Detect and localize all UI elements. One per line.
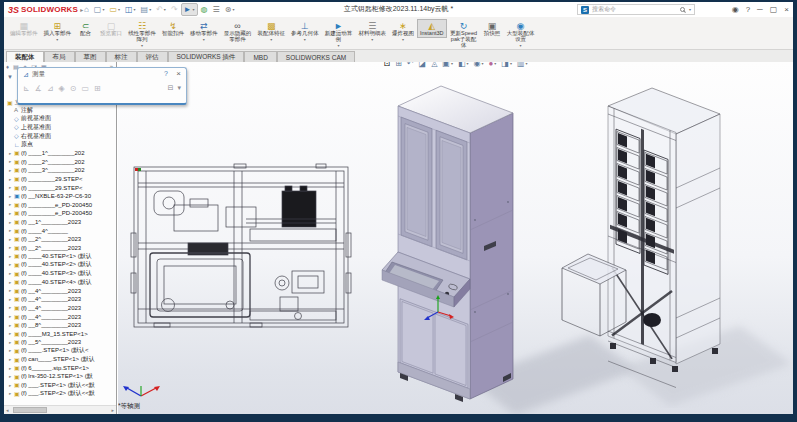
- chevron-down-icon[interactable]: ▾: [481, 62, 483, 66]
- ribbon-button[interactable]: ↯ 智能扣件 ▾: [159, 19, 187, 38]
- ribbon-button[interactable]: ▩ 装配体特征 ▾: [255, 19, 289, 43]
- tree-item[interactable]: ▸ ▣ (f) ____40.STEP<2> (默认: [4, 261, 117, 270]
- headsup-button[interactable]: ▥ ▾: [517, 62, 528, 68]
- tree-item[interactable]: ▸ ▣ (f) ____4^______: [4, 226, 117, 235]
- help-icon[interactable]: ?: [164, 70, 168, 77]
- ribbon-button[interactable]: ◭ Instant3D ▾: [417, 19, 447, 38]
- ribbon-button[interactable]: ∞ 显示隐藏的零部件 ▾: [221, 19, 255, 44]
- headsup-button[interactable]: ↶ ▾: [407, 62, 414, 68]
- measure-tool-icon[interactable]: ⊿: [47, 84, 54, 93]
- chevron-down-icon[interactable]: ▾: [451, 62, 453, 66]
- window-control-button[interactable]: ×: [784, 6, 789, 14]
- scroll-right-icon[interactable]: ▸: [111, 407, 114, 413]
- close-icon[interactable]: ×: [176, 69, 181, 78]
- headsup-button[interactable]: ◨ ▾: [501, 62, 512, 68]
- command-tab[interactable]: 装配体: [6, 51, 44, 62]
- headsup-button[interactable]: ◪ ▾: [419, 62, 427, 68]
- tree-item[interactable]: ▸ ▣ (f) ________e_PD-200450: [4, 201, 117, 210]
- scrollbar-thumb[interactable]: [13, 407, 47, 413]
- search-input[interactable]: 搜索命令: [592, 5, 677, 14]
- chevron-down-icon[interactable]: ▾: [510, 62, 512, 66]
- ribbon-button[interactable]: ∗ 爆炸视图 ▾: [389, 19, 417, 43]
- tree-item[interactable]: ▸ ▣ (f) __5^________2023: [4, 338, 117, 347]
- panel-tab-icon[interactable]: ♦: [6, 64, 9, 70]
- command-tab[interactable]: 布局: [44, 51, 75, 62]
- tree-item[interactable]: ▸ ▣ (f) ____40.STEP<3> (默认: [4, 269, 117, 278]
- tree-item[interactable]: ▸ ▣ (f) ________29.STEP<: [4, 183, 117, 192]
- tree-item[interactable]: ▸ ▣ (f) ____M3_15.STEP<1>: [4, 329, 117, 338]
- headsup-button[interactable]: ⊡ ▾: [384, 62, 391, 68]
- chevron-down-icon[interactable]: ▾: [56, 37, 58, 42]
- tree-item[interactable]: ▸ ▣ (f) __4^________2023: [4, 295, 117, 304]
- command-tab[interactable]: 标注: [106, 51, 137, 62]
- tree-item[interactable]: ▸ ◇ 右视基准面: [4, 132, 117, 141]
- tree-item[interactable]: ▸ ▣ (f) ________e_PD-200450: [4, 209, 117, 218]
- wireframe-iso-model[interactable]: [560, 68, 793, 408]
- tree-item[interactable]: ▸ ▣ (f) lrs-350-12.STEP<1> (默: [4, 372, 117, 381]
- chevron-down-icon[interactable]: ▾: [371, 37, 373, 42]
- ribbon-button[interactable]: ⊞ 插入零部件 ▾: [41, 19, 75, 43]
- chevron-down-icon[interactable]: ▾: [203, 37, 205, 42]
- window-control-button[interactable]: ?: [746, 6, 750, 14]
- window-control-button[interactable]: ▢: [770, 6, 778, 14]
- command-tab[interactable]: 评估: [137, 51, 168, 62]
- headsup-button[interactable]: ⊞ ▾: [395, 62, 402, 68]
- graphics-area[interactable]: ⊡ ▾ ⊞ ▾ ↶ ▾ ◪ ▾ ◬: [118, 62, 793, 414]
- headsup-button[interactable]: ● ▾: [488, 62, 496, 68]
- command-tab[interactable]: MBD: [244, 51, 276, 62]
- tree-item[interactable]: ▸ ▣ (f) can____.STEP<1> (默认: [4, 355, 117, 364]
- tree-item[interactable]: ▸ ▣ (f) ____1^________202: [4, 149, 117, 158]
- tree-horizontal-scrollbar[interactable]: ◂ ▸: [4, 405, 116, 414]
- measure-tool-icon[interactable]: ⊞: [94, 84, 101, 93]
- window-control-button[interactable]: ◉: [732, 6, 739, 14]
- command-tab[interactable]: 草图: [75, 51, 106, 62]
- headsup-button[interactable]: ▣ ▾: [442, 62, 453, 68]
- tree-item[interactable]: ▸ ▣ (f) ____.STEP<1> (默认<: [4, 347, 117, 356]
- chevron-down-icon[interactable]: ▾: [270, 37, 272, 42]
- measure-dialog[interactable]: ⊿ 测量 ? × ⊾ ∡ ⊿ ◈ ⊙ ▭ ⊞ ⊟ ▾: [17, 67, 187, 105]
- tree-item[interactable]: ▸ ▣ (f) ____2^________202: [4, 158, 117, 167]
- tree-item[interactable]: ▸ A 注解: [4, 106, 117, 115]
- tree-item[interactable]: ▸ ◇ 前视基准面: [4, 115, 117, 124]
- tree-item[interactable]: ▸ ▣ (f) ___.STEP<2> (默认<<默: [4, 390, 117, 399]
- wireframe-front-view-model[interactable]: [130, 163, 358, 335]
- tree-item[interactable]: ▸ ∟ 原点: [4, 140, 117, 149]
- tree-item[interactable]: ▸ ▣ (f) 6______.stp.STEP<1>: [4, 364, 117, 373]
- chevron-down-icon[interactable]: ▾: [466, 62, 468, 66]
- tree-item[interactable]: ▸ ▣ (f) __4^________2023: [4, 312, 117, 321]
- tree-item[interactable]: ▸ ▣ (f) __4^________2023: [4, 304, 117, 313]
- measure-tool-icon[interactable]: ⊙: [70, 84, 77, 93]
- measure-tool-icon[interactable]: ∡: [35, 84, 42, 93]
- tree-item[interactable]: ▸ ▣ (f) ____3^________202: [4, 166, 117, 175]
- search-icon[interactable]: [680, 7, 685, 12]
- window-control-button[interactable]: ─: [757, 6, 763, 14]
- pin-icon[interactable]: ⊟: [168, 84, 174, 92]
- ribbon-button[interactable]: ↻ 更新Speedpak子装配体 ▾: [447, 19, 481, 50]
- tree-item[interactable]: ▸ ▣ (f) __4^________2023: [4, 286, 117, 295]
- chevron-down-icon[interactable]: ▾: [520, 43, 522, 48]
- chevron-down-icon[interactable]: ▾: [525, 62, 527, 66]
- ribbon-button[interactable]: ⊂ 配合 ▾: [74, 19, 97, 38]
- command-tab[interactable]: SOLIDWORKS CAM: [277, 51, 355, 62]
- ribbon-button[interactable]: ⊥ 参考几何体 ▾: [288, 19, 322, 43]
- chevron-down-icon[interactable]: ▾: [304, 37, 306, 42]
- ribbon-button[interactable]: ☷ 线性零部件阵列 ▾: [125, 19, 159, 49]
- ribbon-button[interactable]: ► 新建运动算例 ▾: [322, 19, 356, 49]
- chevron-down-icon[interactable]: ▾: [337, 43, 339, 48]
- tree-item[interactable]: ▸ ▣ (f) ________29.STEP<: [4, 175, 117, 184]
- headsup-button[interactable]: ◉ ▾: [473, 62, 483, 68]
- ribbon-button[interactable]: ▦ 编辑零部件 ▾: [7, 19, 41, 38]
- chevron-down-icon[interactable]: ▾: [494, 62, 496, 66]
- ribbon-button[interactable]: ▣ 拍快照 ▾: [481, 19, 504, 38]
- measure-tool-icon[interactable]: ◈: [59, 84, 65, 93]
- tree-item[interactable]: ▸ ▣ (f) __8^________2023: [4, 321, 117, 330]
- headsup-button[interactable]: ◬ ▾: [431, 62, 437, 68]
- search-box[interactable]: S 搜索命令 ▾: [577, 4, 695, 15]
- chevron-down-icon[interactable]: ▾: [402, 37, 404, 42]
- tree-item[interactable]: ▸ ◇ 上视基准面: [4, 123, 117, 132]
- ribbon-button[interactable]: ▢ 预览窗口 ▾: [97, 19, 125, 38]
- ribbon-button[interactable]: ☰ 材料明细表 ▾: [356, 19, 390, 43]
- collapse-icon[interactable]: ▾: [177, 84, 181, 92]
- tree-item[interactable]: ▸ ▣ (f) ____40.STEP<1> (默认: [4, 252, 117, 261]
- tree-item[interactable]: ▸ ▣ (f) __NXBLE-63-2P-C6-30: [4, 192, 117, 201]
